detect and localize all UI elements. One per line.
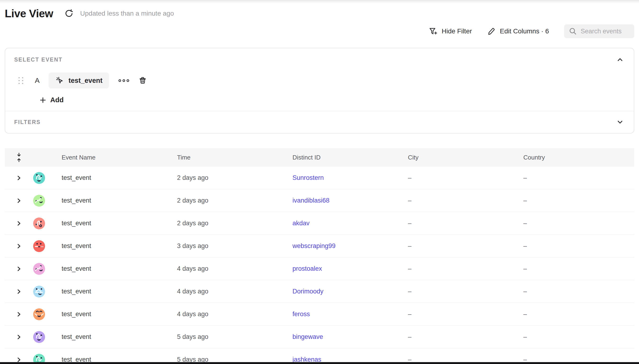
edit-columns-button[interactable]: Edit Columns · 6 <box>487 27 549 36</box>
cell-country: – <box>519 288 634 295</box>
user-avatar <box>33 195 45 206</box>
cell-distinct-id-link[interactable]: akdav <box>293 220 310 227</box>
table-row: test_event 4 days ago feross – – <box>5 303 634 326</box>
column-header-time[interactable]: Time <box>172 154 288 161</box>
table-row: test_event 5 days ago jashkenas – – <box>5 348 634 364</box>
edit-columns-label: Edit Columns · 6 <box>500 28 549 35</box>
filter-plus-icon <box>429 27 437 36</box>
expand-row-button[interactable] <box>5 244 33 249</box>
cell-time: 2 days ago <box>172 197 288 204</box>
table-row: test_event 3 days ago webscraping99 – – <box>5 235 634 258</box>
cell-country: – <box>519 265 634 272</box>
cell-time: 4 days ago <box>172 310 288 318</box>
hide-filter-button[interactable]: Hide Filter <box>429 27 472 36</box>
table-row: test_event 2 days ago Sunrostern – – <box>5 166 634 189</box>
chevron-right-icon <box>16 221 22 226</box>
cell-country: – <box>519 174 634 182</box>
cell-city: – <box>403 265 519 272</box>
cell-country: – <box>519 242 634 250</box>
expand-row-button[interactable] <box>5 312 33 317</box>
event-selector-chip[interactable]: test_event <box>49 72 109 88</box>
hide-filter-label: Hide Filter <box>442 28 472 35</box>
expand-row-button[interactable] <box>5 357 33 362</box>
column-header-country[interactable]: Country <box>519 154 634 161</box>
drag-handle-icon[interactable] <box>19 77 24 84</box>
table-row: test_event 2 days ago ivandiblasi68 – – <box>5 189 634 212</box>
chevron-down-icon <box>616 118 623 126</box>
expand-row-button[interactable] <box>5 289 33 294</box>
expand-filters-button[interactable] <box>615 118 625 127</box>
page-header: Live View Updated less than a minute ago <box>5 0 634 20</box>
cell-time: 2 days ago <box>172 220 288 227</box>
select-event-label: SELECT EVENT <box>14 56 63 63</box>
user-avatar <box>33 172 45 184</box>
query-builder-card: SELECT EVENT A <box>5 48 634 134</box>
event-chip-label: test_event <box>69 77 102 84</box>
expand-row-button[interactable] <box>5 266 33 272</box>
table-row: test_event 4 days ago prostoalex – – <box>5 258 634 280</box>
delete-clause-button[interactable] <box>138 76 147 85</box>
chevron-right-icon <box>16 312 22 317</box>
chevron-right-icon <box>16 357 22 362</box>
table-row: test_event 2 days ago akdav – – <box>5 212 634 235</box>
cell-time: 4 days ago <box>172 265 288 272</box>
plus-icon <box>39 96 47 104</box>
add-event-button[interactable]: Add <box>39 96 64 104</box>
chevron-right-icon <box>16 244 22 249</box>
cell-distinct-id-link[interactable]: ivandiblasi68 <box>293 197 329 204</box>
chevron-right-icon <box>16 289 22 294</box>
chevron-up-icon <box>616 56 623 63</box>
user-avatar <box>33 263 45 275</box>
cell-distinct-id-link[interactable]: feross <box>293 310 310 318</box>
cell-distinct-id-link[interactable]: webscraping99 <box>293 242 336 250</box>
user-avatar <box>33 308 45 320</box>
expand-row-button[interactable] <box>5 221 33 226</box>
cell-city: – <box>403 174 519 182</box>
cell-distinct-id-link[interactable]: Sunrostern <box>293 174 324 181</box>
cursor-click-icon <box>55 76 64 85</box>
search-events-input[interactable] <box>581 28 629 35</box>
cell-distinct-id-link[interactable]: Dorimoody <box>293 288 324 295</box>
user-avatar <box>33 240 45 252</box>
column-header-city[interactable]: City <box>403 154 519 161</box>
live-view-page: Live View Updated less than a minute ago… <box>0 0 639 364</box>
cell-event-name: test_event <box>57 310 172 318</box>
expand-row-button[interactable] <box>5 175 33 180</box>
user-avatar <box>33 286 45 298</box>
cell-time: 5 days ago <box>172 333 288 340</box>
search-events-box[interactable] <box>564 24 634 38</box>
add-button-label: Add <box>50 96 64 104</box>
column-header-event-name[interactable]: Event Name <box>57 154 172 161</box>
cell-country: – <box>519 310 634 318</box>
collapse-section-button[interactable] <box>615 55 625 64</box>
column-header-distinct-id[interactable]: Distinct ID <box>288 154 403 161</box>
cell-distinct-id-link[interactable]: bingewave <box>293 333 323 340</box>
expand-row-button[interactable] <box>5 334 33 340</box>
user-avatar <box>33 331 45 343</box>
event-clause-row: A test_event <box>14 72 625 88</box>
more-options-button[interactable] <box>117 78 131 84</box>
cell-event-name: test_event <box>57 174 172 182</box>
trash-icon <box>138 76 147 85</box>
bottom-window-edge <box>0 362 639 364</box>
cell-time: 4 days ago <box>172 288 288 295</box>
cell-event-name: test_event <box>57 197 172 204</box>
cell-time: 3 days ago <box>172 242 288 250</box>
collapse-all-button[interactable] <box>16 152 23 162</box>
cell-city: – <box>403 288 519 295</box>
ellipsis-icon <box>118 79 129 82</box>
table-body: test_event 2 days ago Sunrostern – – tes… <box>5 166 634 364</box>
filters-label: FILTERS <box>14 119 41 126</box>
refresh-button[interactable] <box>64 8 74 18</box>
updated-status: Updated less than a minute ago <box>80 10 174 17</box>
expand-row-button[interactable] <box>5 198 33 203</box>
refresh-icon <box>65 9 74 18</box>
table-header-row: Event Name Time Distinct ID City Country <box>5 148 634 166</box>
collapse-rows-icon <box>16 152 23 162</box>
cell-event-name: test_event <box>57 333 172 340</box>
cell-city: – <box>403 310 519 318</box>
cell-event-name: test_event <box>57 265 172 272</box>
cell-distinct-id-link[interactable]: prostoalex <box>293 265 322 272</box>
cell-event-name: test_event <box>57 220 172 227</box>
cell-country: – <box>519 220 634 227</box>
